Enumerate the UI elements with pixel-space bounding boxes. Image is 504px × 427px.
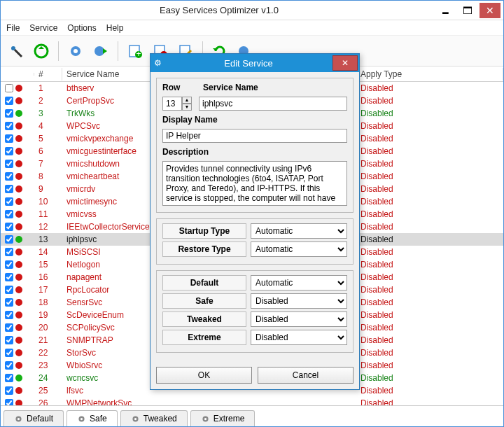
row-checkbox[interactable] [5,336,13,344]
table-row[interactable]: 26WMPNetworkSvcDisabled [1,397,503,405]
display-name-label: Display Name [162,115,218,125]
svg-point-20 [204,417,206,419]
row-number: 14 [34,247,62,257]
row-input[interactable] [162,97,182,111]
cancel-button[interactable]: Cancel [258,367,354,384]
menu-service[interactable]: Service [29,23,57,33]
status-dot-icon [15,223,22,230]
row-checkbox[interactable] [5,298,13,307]
dialog-close-button[interactable]: ✕ [332,55,358,71]
menu-help[interactable]: Help [106,23,124,33]
row-number: 6 [34,146,62,156]
row-checkbox[interactable] [5,122,13,130]
display-name-input[interactable] [162,129,347,143]
status-dot-icon [15,349,22,356]
apply-type-cell: Disabled [356,83,503,93]
extreme-select[interactable]: Disabled [251,330,347,345]
titlebar: Easy Services Optimizer v1.0 🗕 🗖 ✕ [1,1,503,20]
tab-tweaked[interactable]: Tweaked [120,410,188,426]
svg-point-18 [134,417,136,419]
default-select[interactable]: Automatic [251,275,347,290]
row-number: 9 [34,184,62,194]
row-checkbox[interactable] [5,361,13,370]
apply-type-cell: Disabled [356,260,503,270]
row-number: 8 [34,172,62,181]
gear-play-icon[interactable] [90,40,112,62]
row-checkbox[interactable] [5,349,13,357]
row-number: 17 [34,285,62,295]
apply-type-cell: Disabled [356,373,503,383]
row-checkbox[interactable] [5,84,13,92]
row-number: 4 [34,121,62,131]
apply-type-cell: Disabled [356,348,503,358]
row-checkbox[interactable] [5,109,13,118]
row-checkbox[interactable] [5,235,13,244]
gear-add-icon[interactable] [64,40,87,62]
status-dot-icon [15,160,22,167]
row-checkbox[interactable] [5,134,13,143]
row-checkbox[interactable] [5,185,13,193]
row-checkbox[interactable] [5,197,13,206]
apply-type-cell: Disabled [356,323,503,332]
safe-label: Safe [162,293,246,309]
status-dot-icon [15,286,22,293]
tweaked-select[interactable]: Disabled [251,312,347,327]
svg-point-4 [94,46,104,56]
row-number: 16 [34,272,62,282]
row-checkbox[interactable] [5,399,13,405]
maximize-button[interactable]: 🗖 [457,3,478,18]
restore-type-select[interactable]: Automatic [251,241,347,257]
list-add-icon[interactable]: + [124,40,146,62]
row-number: 22 [34,348,62,358]
dialog-titlebar[interactable]: ⚙ Edit Service ✕ [150,54,359,72]
ok-button[interactable]: OK [156,367,252,384]
status-dot-icon [15,135,22,142]
minimize-button[interactable]: 🗕 [435,3,456,18]
row-checkbox[interactable] [5,260,13,269]
row-spin-down[interactable]: ▼ [182,104,192,111]
apply-type-cell: Disabled [356,184,503,194]
row-checkbox[interactable] [5,273,13,281]
edit-service-dialog: ⚙ Edit Service ✕ Row Service Name ▲ ▼ Di… [150,53,360,390]
wizard-icon[interactable] [5,40,27,62]
row-number: 5 [34,134,62,144]
tab-extreme[interactable]: Extreme [190,410,255,426]
row-checkbox[interactable] [5,160,13,168]
row-checkbox[interactable] [5,97,13,105]
refresh-icon[interactable] [30,40,52,62]
row-checkbox[interactable] [5,311,13,319]
column-row[interactable]: # [34,68,62,80]
row-checkbox[interactable] [5,147,13,155]
menu-options[interactable]: Options [67,23,96,33]
startup-type-select[interactable]: Automatic [251,223,347,239]
row-checkbox[interactable] [5,374,13,382]
status-dot-icon [15,324,22,331]
row-checkbox[interactable] [5,210,13,218]
row-checkbox[interactable] [5,172,13,181]
row-checkbox[interactable] [5,286,13,294]
status-dot-icon [15,186,22,192]
safe-select[interactable]: Disabled [251,293,347,309]
status-dot-icon [15,211,22,218]
menu-file[interactable]: File [6,23,20,33]
row-spinner[interactable]: ▲ ▼ [162,97,193,111]
row-checkbox[interactable] [5,386,13,395]
tab-default[interactable]: Default [4,410,64,426]
status-dot-icon [15,312,22,318]
row-checkbox[interactable] [5,323,13,332]
apply-type-cell: Disabled [356,285,503,295]
tab-safe[interactable]: Safe [66,410,118,426]
status-dot-icon [15,122,22,130]
row-checkbox[interactable] [5,248,13,256]
row-checkbox[interactable] [5,223,13,231]
row-number: 26 [34,398,62,405]
close-button[interactable]: ✕ [479,3,500,18]
row-number: 13 [34,234,62,244]
service-name-input[interactable] [199,97,347,111]
description-textarea[interactable]: Provides tunnel connectivity using IPv6 … [162,161,347,206]
row-number: 10 [34,197,62,206]
row-number: 25 [34,386,62,396]
row-spin-up[interactable]: ▲ [182,97,192,104]
column-apply[interactable]: Apply Type [356,68,503,80]
description-label: Description [162,147,209,157]
